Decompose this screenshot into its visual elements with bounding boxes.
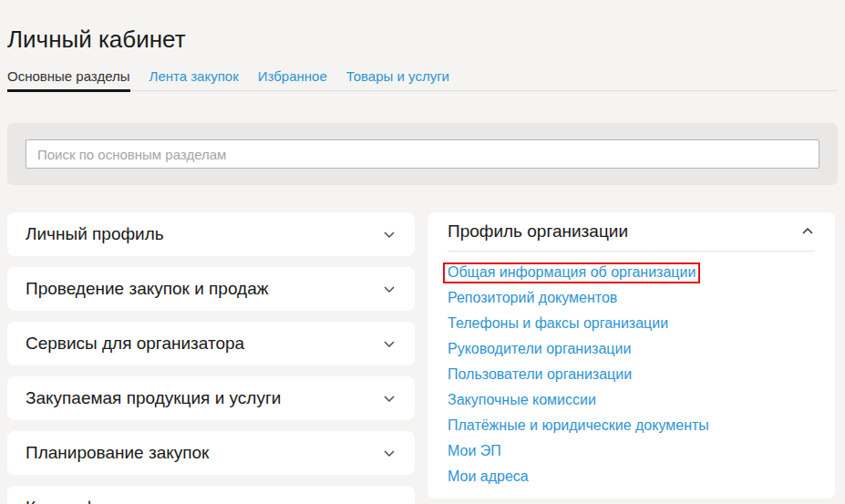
search-input[interactable] (26, 139, 819, 169)
section-personal-profile[interactable]: Личный профиль (7, 212, 415, 256)
page-title: Личный кабинет (7, 26, 838, 53)
list-item: Репозиторий документов (448, 285, 815, 311)
left-column: Личный профиль Проведение закупок и прод… (7, 212, 415, 504)
tab-bar: Основные разделы Лента закупок Избранное… (7, 68, 838, 91)
tab-main-sections[interactable]: Основные разделы (7, 68, 130, 90)
search-panel (7, 123, 838, 185)
link-payment-legal-docs[interactable]: Платёжные и юридические документы (448, 417, 709, 434)
section-title: Профиль организации (448, 221, 628, 242)
organization-profile-header[interactable]: Профиль организации (448, 212, 815, 252)
chevron-down-icon (382, 500, 397, 504)
section-organizer-services[interactable]: Сервисы для организатора (7, 322, 415, 365)
section-title: Закупаемая продукция и услуги (26, 388, 281, 408)
section-purchased-products[interactable]: Закупаемая продукция и услуги (7, 376, 415, 420)
section-procurement-planning[interactable]: Планирование закупок (7, 431, 415, 475)
link-org-users[interactable]: Пользователи организации (448, 366, 632, 383)
organization-profile-links: Общая информация об организации Репозито… (448, 252, 815, 489)
section-organization-profile: Профиль организации Общая информация об … (428, 212, 835, 499)
link-document-repository[interactable]: Репозиторий документов (448, 290, 617, 306)
chevron-down-icon (382, 282, 397, 296)
tab-favorites[interactable]: Избранное (258, 68, 327, 90)
section-title: Планирование закупок (26, 443, 209, 463)
link-org-managers[interactable]: Руководители организации (448, 341, 631, 357)
list-item: Общая информация об организации (448, 260, 815, 285)
section-classification[interactable]: Классификация (7, 486, 415, 504)
list-item: Платёжные и юридические документы (448, 413, 815, 438)
list-item: Закупочные комиссии (448, 387, 815, 413)
section-procurement-sales[interactable]: Проведение закупок и продаж (7, 267, 415, 311)
link-purchase-commissions[interactable]: Закупочные комиссии (448, 392, 596, 408)
action-highlight-box: Общая информация об организации (443, 262, 700, 283)
section-title: Классификация (26, 498, 153, 504)
section-title: Личный профиль (26, 224, 164, 244)
section-title: Проведение закупок и продаж (26, 279, 268, 299)
list-item: Мои ЭП (448, 438, 815, 464)
link-phones-faxes[interactable]: Телефоны и факсы организации (448, 315, 668, 332)
chevron-down-icon (382, 446, 397, 460)
link-my-signatures[interactable]: Мои ЭП (448, 443, 501, 459)
tab-purchase-feed[interactable]: Лента закупок (149, 68, 239, 90)
tab-goods-services[interactable]: Товары и услуги (346, 68, 449, 90)
chevron-down-icon (382, 227, 397, 242)
right-column: Профиль организации Общая информация об … (428, 212, 835, 499)
chevron-down-icon (382, 336, 397, 351)
section-title: Сервисы для организатора (26, 334, 244, 354)
sections-grid: Личный профиль Проведение закупок и прод… (7, 212, 838, 504)
chevron-down-icon (382, 391, 397, 406)
list-item: Руководители организации (448, 336, 815, 362)
list-item: Пользователи организации (448, 362, 815, 387)
list-item: Мои адреса (448, 464, 815, 489)
personal-cabinet-page: Личный кабинет Основные разделы Лента за… (0, 0, 845, 504)
chevron-up-icon (800, 224, 815, 239)
link-my-addresses[interactable]: Мои адреса (448, 468, 529, 485)
list-item: Телефоны и факсы организации (448, 311, 815, 336)
link-general-org-info[interactable]: Общая информация об организации (448, 264, 696, 281)
